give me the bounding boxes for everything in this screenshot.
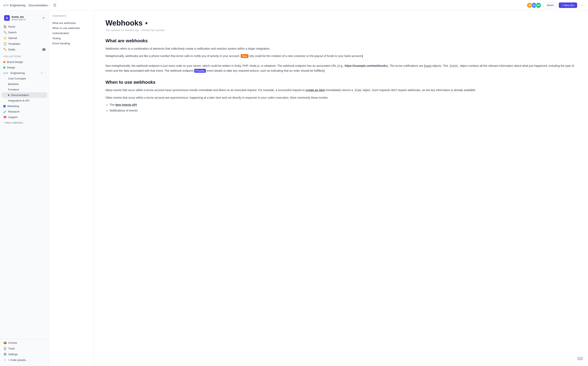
sidebar-item-frontend-label: Frontend [8,88,19,91]
breadcrumb-separator: / [27,4,27,7]
add-collection-button[interactable]: + New collection... [2,120,47,125]
sidebar-item-research-label: Research [8,110,20,113]
sidebar-item-design-label: Design [7,66,15,69]
sidebar-item-documentation[interactable]: Documentation [2,92,47,98]
sidebar-item-support-label: Support [8,116,18,119]
sidebar-item-brand-design[interactable]: Brand Design [2,59,47,65]
sidebar-item-marketing-label: Marketing [7,105,19,108]
sidebar-item-support[interactable]: 🎀 Support [2,114,47,120]
new-doc-button[interactable]: + New doc [559,2,577,8]
hamburger-icon[interactable]: ☰ [53,3,56,8]
sidebar-item-settings-label: Settings [8,353,18,356]
research-icon: 🧪 [3,110,7,113]
chevron-down-icon: ▼ [42,16,45,19]
main-layout: A Acme, Inc JENN SMITH ▼ 🏠 Home 🔍 Search… [0,11,588,366]
dots-icon[interactable]: ··· [43,71,46,75]
toc-item-authentication[interactable]: Authentication [52,31,91,36]
sidebar-item-archive[interactable]: 📦 Archive [2,340,47,346]
home-icon: 🏠 [3,25,7,28]
sidebar-item-backend-label: Backend [8,83,19,86]
sidebar-item-frontend[interactable]: Frontend [2,87,47,92]
drafts-badge: 3 [42,48,46,51]
sidebar-item-trash[interactable]: 🗑️ Trash [2,346,47,351]
drafts-icon: ✏️ [3,48,7,51]
sidebar-item-backend[interactable]: Backend [2,81,47,87]
sidebar-item-marketing[interactable]: Marketing [2,103,47,109]
sidebar-item-search[interactable]: 🔍 Search [2,30,47,35]
bullet-list: The Item Intents API Notifications of ev… [105,103,577,113]
org-info: Acme, Inc JENN SMITH [11,15,41,21]
search-icon: 🔍 [3,31,7,34]
sidebar-item-core-concepts-label: Core Concepts [8,77,26,80]
share-button[interactable]: Share [543,2,557,8]
toc-item-what-are-webhooks[interactable]: What are webhooks [52,20,91,25]
toc-item-when-to-use[interactable]: When to use webhooks [52,25,91,31]
breadcrumb-separator2: / [49,4,50,7]
toc-item-testing[interactable]: Testing [52,36,91,41]
sidebar-item-core-concepts[interactable]: Core Concepts [2,76,47,81]
sidebar-item-brand-design-label: Brand Design [7,61,23,63]
sidebar-item-engineering-label: Engineering [10,71,24,75]
sidebar-item-invite-label: + Invite people... [8,358,28,361]
section-what-are-webhooks: What are webhooks [105,38,577,44]
star-icon: ⭐ [3,36,7,40]
event-link[interactable]: Event [424,64,431,67]
sidebar-item-archive-label: Archive [8,341,17,344]
sidebar-item-templates[interactable]: 📋 Templates [2,41,47,46]
event-code-1: Event [449,64,459,68]
sidebar-item-integrations-label: Integrations & API [8,99,30,102]
breadcrumb: </> Engineering / Documentation / [3,3,50,7]
para-2: Metaphorically, webhooks are like a phon… [105,54,577,59]
breadcrumb-engineering[interactable]: Engineering [10,4,25,7]
para-3: Non-metaphorically, the webhook endpoint… [105,63,577,73]
header-right: JB KL MR Share + New doc ··· [527,2,585,8]
sidebar-item-settings[interactable]: ⚙️ Settings [2,351,47,357]
item-intents-link[interactable]: Item Intents API [115,103,137,107]
item-code: Item [354,88,362,92]
design-dot [3,67,5,69]
sidebar-item-search-label: Search [8,31,16,34]
support-icon: 🎀 [3,116,7,119]
sidebar-item-invite[interactable]: + + Invite people... [2,357,47,363]
sidebar-item-documentation-label: Documentation [11,93,29,97]
breadcrumb-documentation[interactable]: Documentation [29,4,48,7]
templates-icon: 📋 [3,42,7,45]
url-text: https://example.com/webhooks [345,64,387,67]
org-header[interactable]: A Acme, Inc JENN SMITH ▼ [2,14,47,22]
sidebar-item-drafts-label: Drafts [8,48,15,51]
more-options-button[interactable]: ··· [579,2,585,8]
toc-item-event-handling[interactable]: Event handling [52,41,91,46]
engineering-code-icon: </> [3,71,8,75]
marketing-icon [3,105,6,107]
sidebar-item-home-label: Home [8,25,15,28]
collections-nav: Brand Design Design </> Engineering ≡ ··… [0,58,49,126]
trash-icon: 🗑️ [3,347,7,350]
collections-label: COLLECTIONS [0,53,49,58]
list-icon[interactable]: ≡ [41,71,43,75]
sidebar-item-research[interactable]: 🧪 Research [2,109,47,114]
sidebar-item-engineering[interactable]: </> Engineering ≡ ··· [2,70,47,76]
sidebar-top: A Acme, Inc JENN SMITH ▼ [0,12,49,23]
para-1: Webhooks refers to a combination of elem… [105,46,577,51]
sidebar-item-home[interactable]: 🏠 Home [2,24,47,30]
sidebar-item-integrations[interactable]: Integrations & API [2,98,47,103]
keyboard-icon: ⌨ [577,356,583,361]
settings-icon: ⚙️ [3,352,7,356]
text-cursor-1 [362,55,363,58]
sidebar-nav: 🏠 Home 🔍 Search ⭐ Starred 📋 Templates ✏️… [0,23,49,53]
section-when-to-use: When to use webhooks [105,80,577,85]
create-an-item-link[interactable]: create an item [306,88,325,92]
phoebe-highlight: Phoebe [194,69,206,73]
sidebar-item-design[interactable]: Design [2,65,47,70]
sidebar-item-drafts[interactable]: ✏️ Drafts 3 [2,46,47,52]
sidebar: A Acme, Inc JENN SMITH ▼ 🏠 Home 🔍 Search… [0,11,49,366]
org-icon: A [4,15,10,21]
doc-star-icon[interactable]: ★ [145,21,148,25]
sidebar-item-templates-label: Templates [8,42,20,45]
top-header: </> Engineering / Documentation / ☰ JB K… [0,0,588,11]
doc-meta: You updated 12 minutes ago · Viewed by 6… [105,29,577,32]
sidebar-item-starred[interactable]: ⭐ Starred [2,35,47,41]
content-area: Webhooks ★ You updated 12 minutes ago · … [94,11,588,366]
para-4: Many events that occur within a Acme acc… [105,88,577,93]
org-name: Acme, Inc [11,15,41,18]
